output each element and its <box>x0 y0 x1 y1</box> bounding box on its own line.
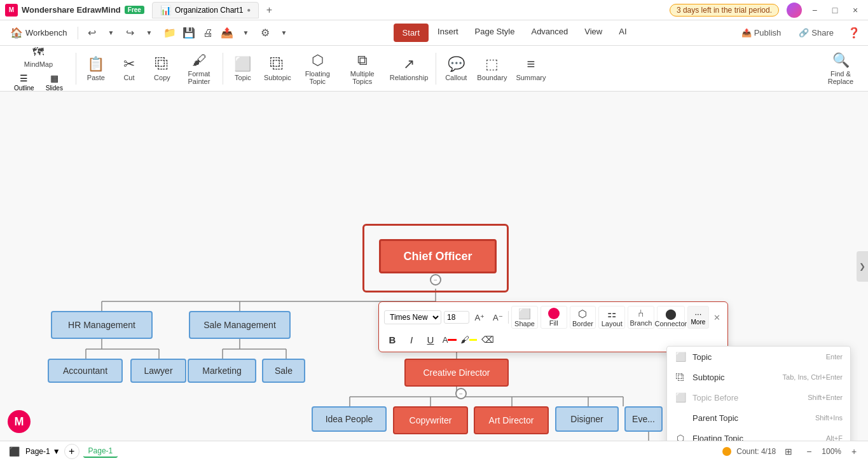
accountant-node[interactable]: Accountant <box>48 359 123 383</box>
event-node[interactable]: Eve... <box>624 406 663 432</box>
fit-page-button[interactable]: ⊞ <box>781 444 796 459</box>
status-view-icon[interactable]: ⬛ <box>6 444 22 459</box>
export-dropdown[interactable]: ▼ <box>237 24 255 42</box>
undo-button[interactable]: ↩ <box>83 24 101 42</box>
topic-button[interactable]: ⬜ Topic <box>227 53 259 84</box>
font-size-decrease-button[interactable]: A⁻ <box>490 309 506 326</box>
relationship-button[interactable]: ↗ Relationship <box>386 53 432 84</box>
outline-view-button[interactable]: ☰ Outline <box>9 71 39 93</box>
branch-button[interactable]: ⑃ Branch <box>628 306 654 329</box>
root-collapse-button[interactable]: − <box>430 274 441 286</box>
mindmap-view-button[interactable]: 🗺 MindMap <box>9 44 68 70</box>
subtopic-button[interactable]: ⿻ Subtopic <box>260 53 295 84</box>
ctx-floatingtopic[interactable]: ⬡ Floating Topic Alt+F <box>667 428 850 441</box>
slides-view-button[interactable]: ▦ Slides <box>41 71 68 93</box>
eraser-button[interactable]: ⌫ <box>479 331 496 348</box>
more-button[interactable]: ▼ <box>275 24 293 42</box>
ctx-topicbefore[interactable]: ⬜ Topic Before Shift+Enter <box>667 387 850 408</box>
creative-collapse-button[interactable]: − <box>455 388 467 399</box>
shape-button[interactable]: ⬜ Shape <box>511 306 538 329</box>
ctx-topic[interactable]: ⬜ Topic Enter <box>667 347 850 367</box>
layout-button[interactable]: ⚏ Layout <box>598 306 625 329</box>
tab-add-button[interactable]: + <box>261 3 277 18</box>
maximize-button[interactable]: □ <box>827 3 843 18</box>
redo-button[interactable]: ↪ <box>121 24 139 42</box>
creative-director-node[interactable]: Creative Director <box>404 359 509 387</box>
art-director-node[interactable]: Art Director <box>474 406 549 434</box>
floating-toolbar: Times New A⁺ A⁻ ⬜ Shape Fill ⬡ Border <box>378 301 728 352</box>
lawyer-node[interactable]: Lawyer <box>130 359 186 383</box>
floating-topic-button[interactable]: ⬡ Floating Topic <box>296 50 339 88</box>
float-toolbar-close-icon[interactable]: ✕ <box>712 312 722 323</box>
add-page-button[interactable]: + <box>64 444 79 459</box>
menu-ai[interactable]: AI <box>611 24 634 42</box>
summary-button[interactable]: ≡ Summary <box>512 53 549 84</box>
connector-label: Connector <box>654 320 687 327</box>
connector-button[interactable]: ⬤ Connector <box>657 306 685 329</box>
publish-button[interactable]: 📤Publish <box>735 25 788 40</box>
user-avatar[interactable] <box>787 3 802 18</box>
tab-org-chart[interactable]: 📊 Organization Chart1 ● <box>152 2 259 18</box>
idea-people-node[interactable]: Idea People <box>312 406 387 432</box>
zoom-out-button[interactable]: − <box>801 444 816 459</box>
tab-close-icon[interactable]: ● <box>247 6 251 13</box>
marketing-node[interactable]: Marketing <box>188 359 256 383</box>
underline-button[interactable]: U <box>422 331 439 348</box>
boundary-button[interactable]: ⬚ Boundary <box>473 53 511 84</box>
copy-button[interactable]: ⿻ Copy <box>146 53 178 84</box>
share-button[interactable]: 🔗Share <box>792 25 840 40</box>
menu-start[interactable]: Start <box>394 24 429 42</box>
page-tab-active[interactable]: Page-1 <box>83 445 118 458</box>
font-size-input[interactable] <box>444 311 469 324</box>
help-button[interactable]: ❓ <box>845 24 863 42</box>
highlight-button[interactable]: 🖌 <box>460 331 477 348</box>
multiple-topics-button[interactable]: ⧉ Multiple Topics <box>340 50 385 88</box>
font-family-select[interactable]: Times New <box>384 310 441 324</box>
find-replace-button[interactable]: 🔍 Find & Replace <box>818 50 863 88</box>
root-node[interactable]: Chief Officer <box>379 239 497 273</box>
ctx-subtopic[interactable]: ⿻ Subtopic Tab, Ins, Ctrl+Enter <box>667 367 850 387</box>
bold-button[interactable]: B <box>384 331 401 348</box>
paste-icon: 📋 <box>87 56 104 72</box>
sale-management-node[interactable]: Sale Management <box>189 311 291 339</box>
undo-dropdown[interactable]: ▼ <box>102 24 120 42</box>
zoom-in-button[interactable]: + <box>846 444 862 459</box>
font-color-button[interactable]: A <box>441 331 458 348</box>
format-painter-button[interactable]: 🖌 Format Painter <box>179 50 219 88</box>
save-button[interactable]: 💾 <box>180 24 198 42</box>
hr-management-node[interactable]: HR Management <box>51 311 153 339</box>
eraser-icon: ⌫ <box>481 334 494 345</box>
border-button[interactable]: ⬡ Border <box>570 306 596 329</box>
menu-advanced[interactable]: Advanced <box>523 24 575 42</box>
window-controls: − □ × <box>787 3 863 18</box>
open-button[interactable]: 📁 <box>161 24 179 42</box>
menu-view[interactable]: View <box>577 24 610 42</box>
export-button[interactable]: 📤 <box>218 24 236 42</box>
floating-topic-icon: ⬡ <box>312 52 324 69</box>
print-button[interactable]: 🖨 <box>199 24 217 42</box>
ctx-parenttopic[interactable]: Parent Topic Shift+Ins <box>667 408 850 428</box>
canvas[interactable]: Chief Officer − HR Management Sale Manag… <box>0 92 868 441</box>
more-button[interactable]: ··· More <box>687 306 709 329</box>
fill-button[interactable]: Fill <box>541 306 567 329</box>
menu-insert[interactable]: Insert <box>430 24 466 42</box>
minimize-button[interactable]: − <box>807 3 822 18</box>
menu-pagestyle[interactable]: Page Style <box>467 24 523 42</box>
paste-button[interactable]: 📋 Paste <box>80 53 112 84</box>
workbench-button[interactable]: 🏠 Workbench <box>5 24 72 41</box>
italic-button[interactable]: I <box>403 331 420 348</box>
settings-button[interactable]: ⚙ <box>256 24 274 42</box>
right-panel-toggle[interactable]: ❯ <box>857 251 868 282</box>
designer-node[interactable]: Disigner <box>555 406 619 432</box>
font-size-increase-button[interactable]: A⁺ <box>472 309 488 326</box>
close-button[interactable]: × <box>848 3 863 18</box>
page-dropdown-icon[interactable]: ▼ <box>53 447 60 456</box>
page-label: Page-1 <box>25 447 50 456</box>
callout-button[interactable]: 💬 Callout <box>440 53 472 84</box>
redo-dropdown[interactable]: ▼ <box>141 24 158 42</box>
branch-icon: ⑃ <box>638 308 644 319</box>
sale-node[interactable]: Sale <box>262 359 305 383</box>
cut-button[interactable]: ✂ Cut <box>113 53 145 84</box>
copywriter-node[interactable]: Copywriter <box>393 406 468 434</box>
ft-divider-1 <box>508 311 509 324</box>
